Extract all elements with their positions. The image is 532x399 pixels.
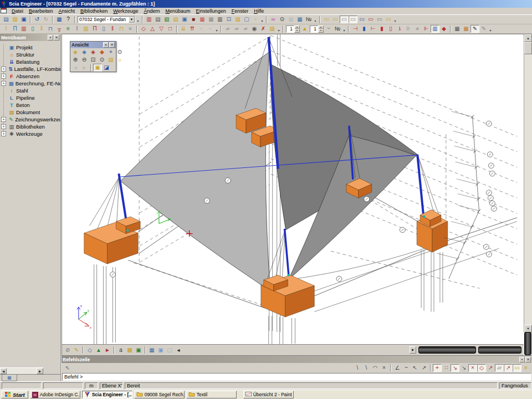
start-button[interactable]: Start xyxy=(1,391,28,398)
scale-up-icon[interactable]: ▲ xyxy=(300,25,309,33)
view-x-icon[interactable]: ◈ xyxy=(71,48,80,56)
viewport-vscrollbar[interactable]: ▲ ▼ xyxy=(524,34,532,332)
save-button[interactable]: ▣ xyxy=(19,16,28,23)
wall-element-icon-2[interactable]: ▭ xyxy=(331,16,340,23)
scroll-up-icon[interactable]: ▲ xyxy=(524,34,532,42)
wall-element-icon-3[interactable]: ▭ xyxy=(340,16,349,23)
scale-spinner[interactable]: 1▲▼ xyxy=(286,25,300,33)
pin-icon[interactable]: ▪ xyxy=(519,357,525,362)
pan-icon[interactable]: + xyxy=(106,48,115,56)
zoom-out-icon[interactable]: ⊖ xyxy=(80,56,89,64)
grid-icon[interactable]: ▦ xyxy=(207,16,216,23)
sidebar-item-struktur[interactable]: ⌂Struktur xyxy=(0,51,60,58)
folder-icon[interactable]: ▨ xyxy=(268,25,277,33)
view-z-icon[interactable]: ◈ xyxy=(89,48,98,56)
labels-icon[interactable]: a xyxy=(116,346,125,354)
next-view-icon[interactable]: ▹ xyxy=(80,64,89,71)
sidebar-item-pipeline[interactable]: LPipeline xyxy=(0,94,60,101)
grid-light-icon[interactable]: ▦ xyxy=(287,16,295,23)
member-tool-icon-4[interactable]: ▯ xyxy=(28,25,37,33)
marker-icon[interactable]: ► xyxy=(103,346,112,354)
load-tool-icon-10[interactable]: ▥ xyxy=(431,25,439,33)
sidebar-item-werkzeuge[interactable]: +✱Werkzeuge xyxy=(0,130,60,137)
sidebar-hscrollbar[interactable]: ◀ ▶ xyxy=(0,367,43,374)
menu-hilfe[interactable]: Hilfe xyxy=(251,8,267,14)
menu-bearbeiten[interactable]: Bearbeiten xyxy=(26,8,56,14)
docked-bar-2[interactable] xyxy=(478,346,521,354)
sidebar-item-stahl[interactable]: IStahl xyxy=(0,87,60,94)
taskbar-task-09008segelrech[interactable]: 09008 Segel Rech... xyxy=(134,391,185,398)
toolbar-overflow-icon[interactable]: ▾ xyxy=(136,16,140,23)
scroll-down-icon[interactable]: ▼ xyxy=(524,325,532,332)
taskbar-task-bersicht2paint[interactable]: Übersicht 2 - Paint xyxy=(243,391,294,398)
chevron-down-icon[interactable]: ▼ xyxy=(129,17,135,23)
wire-tool-icon-2[interactable]: △ xyxy=(148,25,157,33)
load-tool-icon-7[interactable]: ⊪ xyxy=(404,25,413,33)
member-tool-icon-1[interactable]: I xyxy=(2,25,11,33)
toolbar-overflow-icon[interactable]: ▾ xyxy=(313,16,318,23)
save-view-icon[interactable]: ▦ xyxy=(453,25,462,33)
menu-datei[interactable]: Datei xyxy=(9,8,26,14)
project-combo[interactable]: 07032 Segel - Fundan▼ xyxy=(78,16,135,23)
member-tool-icon-10[interactable]: ▥ xyxy=(81,25,90,33)
snap-point-icon[interactable]: + xyxy=(433,364,442,372)
annotate-icon[interactable]: ✎ xyxy=(470,25,479,33)
snap-intersection-icon[interactable]: × xyxy=(468,364,477,372)
activity-icon[interactable]: ▥ xyxy=(145,16,154,23)
toolbar-overflow-icon[interactable]: ▾ xyxy=(342,25,346,33)
sidebar-item-berechnungfenetz[interactable]: +▦Berechnung, FE-Netz xyxy=(0,80,60,87)
member-tool-icon-2[interactable]: Π xyxy=(11,25,19,33)
snap-grid-icon[interactable]: ∷ xyxy=(442,364,451,372)
zoom-window-icon[interactable]: ⊙ xyxy=(115,48,124,56)
window-view-icon[interactable]: ▦ xyxy=(147,346,156,354)
member-tool-icon-3[interactable]: ▥ xyxy=(19,25,28,33)
expand-right-icon[interactable]: ▶ xyxy=(410,346,416,354)
scroll-left-icon[interactable]: ◀ xyxy=(0,368,7,374)
wire-tool-icon-4[interactable]: □ xyxy=(166,25,175,33)
zoom-all-icon[interactable]: ⊡ xyxy=(89,56,98,64)
member-tool-icon-11[interactable]: Π xyxy=(90,25,99,33)
chevron-down-icon[interactable]: ▼ xyxy=(103,42,109,48)
docked-bar-1[interactable] xyxy=(418,346,476,354)
wall-element-icon-8[interactable]: ▭ xyxy=(384,16,393,23)
collapse-strip-button[interactable]: ◂ xyxy=(174,346,183,354)
mdi-child-icon[interactable] xyxy=(1,8,7,14)
toolbar-overflow-icon[interactable]: ▾ xyxy=(214,25,219,33)
wall-element-icon-4[interactable]: ▭ xyxy=(349,16,357,23)
member-tool-icon-6[interactable]: ⊓ xyxy=(46,25,55,33)
snap-orthogonal-icon[interactable]: ◇ xyxy=(477,364,486,372)
surfaces-icon[interactable]: ▣ xyxy=(134,346,143,354)
ansicht-titlebar[interactable]: Ansicht ▼ ✕ xyxy=(70,42,116,48)
load-tool-icon-1[interactable]: ⊣ xyxy=(351,25,360,33)
docked-bar-vertical[interactable] xyxy=(524,332,531,355)
wall-element-icon-6[interactable]: ▭ xyxy=(366,16,375,23)
snap-midpoint-icon[interactable]: ↘ xyxy=(459,364,468,372)
command-input[interactable] xyxy=(62,373,531,381)
database-icon[interactable]: ■ xyxy=(189,16,198,23)
close-icon[interactable]: ✕ xyxy=(525,357,531,362)
zoom-selection-icon[interactable]: ⊙ xyxy=(98,56,106,64)
link-icon[interactable]: ∞ xyxy=(269,16,278,23)
image-gallery-icon[interactable]: ▨ xyxy=(233,16,242,23)
annotate-gray-icon[interactable]: ✎ xyxy=(479,25,488,33)
snap-corner-icon[interactable]: ↖ xyxy=(411,364,420,372)
sketch-icon[interactable]: ✎ xyxy=(72,346,81,354)
sidebar-item-beton[interactable]: TBeton xyxy=(0,101,60,109)
snap-delete-icon[interactable]: × xyxy=(380,364,388,372)
redo-button[interactable]: ↻ xyxy=(42,16,50,23)
small-tool-icon-2[interactable]: ▫ xyxy=(206,25,214,33)
new-window-button[interactable]: ▦ xyxy=(55,16,64,23)
snap-extend-icon[interactable]: ↗ xyxy=(420,364,428,372)
pin-icon[interactable]: ▪ xyxy=(48,35,53,40)
menu-werkzeuge[interactable]: Werkzeuge xyxy=(110,8,141,14)
wall-element-icon-1[interactable]: ▭ xyxy=(322,16,331,23)
member-tool-icon-5[interactable]: ‖ xyxy=(37,25,46,33)
paste-icon[interactable]: ▣ xyxy=(180,16,189,23)
taskbar-task-adobeindesignc[interactable]: IdAdobe InDesign C... xyxy=(30,391,80,398)
member-tool-icon-12[interactable]: ▯ xyxy=(99,25,108,33)
visibility-icon[interactable]: ◉ xyxy=(250,25,259,33)
open-button[interactable]: ▨ xyxy=(11,16,19,23)
load-tool-icon-4[interactable]: ▮ xyxy=(377,25,386,33)
wave-icon[interactable]: ~ xyxy=(324,25,333,33)
member-tool-icon-9[interactable]: I xyxy=(73,25,81,33)
